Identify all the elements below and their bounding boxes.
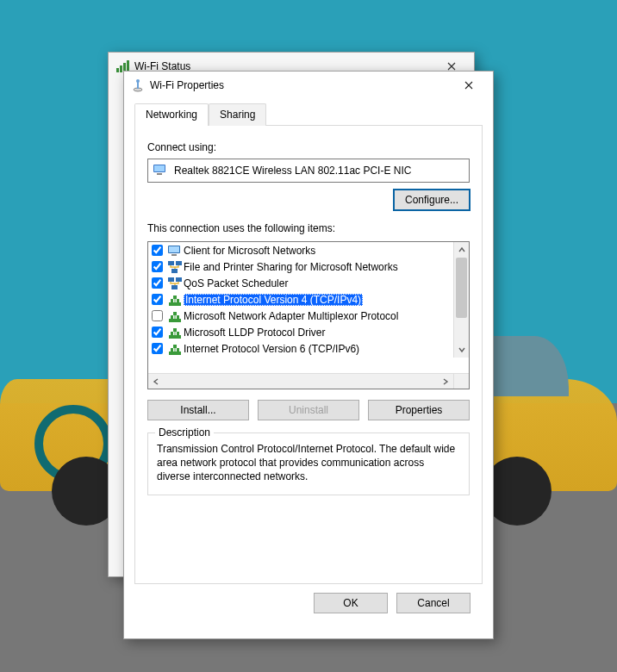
item-label: File and Printer Sharing for Microsoft N… — [184, 261, 398, 273]
dialog-title: Wi-Fi Properties — [150, 79, 452, 91]
tab-networking-label: Networking — [146, 109, 197, 121]
svg-rect-23 — [169, 319, 181, 322]
chevron-up-icon — [458, 246, 465, 253]
nic-icon — [153, 165, 167, 177]
svg-rect-8 — [154, 165, 165, 171]
scroll-thumb[interactable] — [456, 258, 467, 318]
configure-button-label: Configure... — [405, 194, 458, 206]
components-listbox[interactable]: Client for Microsoft NetworksFile and Pr… — [147, 241, 470, 389]
svg-rect-21 — [177, 299, 179, 302]
svg-rect-19 — [169, 302, 181, 306]
tab-sharing-label: Sharing — [220, 109, 255, 121]
tab-networking[interactable]: Networking — [134, 103, 209, 126]
svg-rect-32 — [171, 348, 173, 352]
description-group: Description Transmission Control Protoco… — [147, 432, 470, 495]
item-label: QoS Packet Scheduler — [184, 277, 288, 289]
protocol-icon — [168, 293, 182, 307]
chevron-left-icon — [153, 378, 159, 385]
list-item[interactable]: Microsoft LLDP Protocol Driver — [148, 324, 453, 340]
vertical-scrollbar[interactable] — [453, 242, 469, 358]
item-checkbox[interactable] — [152, 327, 163, 338]
client-icon — [168, 244, 182, 258]
description-text: Transmission Control Protocol/Internet P… — [157, 442, 460, 484]
protocol-icon — [168, 326, 182, 339]
uninstall-button: Uninstall — [258, 400, 359, 420]
properties-button-label: Properties — [396, 404, 443, 416]
list-item[interactable]: Internet Protocol Version 4 (TCP/IPv4) — [148, 291, 453, 308]
svg-rect-11 — [169, 246, 179, 252]
svg-rect-5 — [137, 82, 139, 89]
item-checkbox[interactable] — [152, 343, 163, 354]
svg-rect-28 — [171, 332, 173, 335]
svg-rect-16 — [168, 277, 174, 282]
svg-rect-33 — [177, 348, 179, 352]
svg-point-6 — [136, 79, 140, 83]
chevron-right-icon — [442, 378, 449, 385]
item-label: Microsoft Network Adapter Multiplexor Pr… — [184, 310, 398, 322]
item-checkbox[interactable] — [152, 261, 163, 272]
list-item[interactable]: Client for Microsoft Networks — [148, 242, 453, 258]
properties-button[interactable]: Properties — [368, 400, 470, 420]
install-button[interactable]: Install... — [147, 400, 249, 420]
protocol-icon — [168, 342, 182, 356]
tab-sharing[interactable]: Sharing — [209, 103, 266, 126]
tab-body: Connect using: Realtek 8821CE Wireless L… — [134, 126, 483, 584]
service-icon — [168, 260, 182, 274]
svg-rect-20 — [171, 299, 173, 302]
scroll-down-arrow[interactable] — [454, 342, 469, 358]
svg-rect-34 — [173, 345, 177, 348]
items-label: This connection uses the following items… — [147, 222, 470, 234]
svg-rect-22 — [173, 296, 177, 299]
svg-rect-30 — [173, 328, 177, 332]
horizontal-scrollbar[interactable] — [148, 373, 469, 389]
connect-using-label: Connect using: — [147, 141, 470, 153]
svg-rect-13 — [168, 261, 174, 265]
list-item[interactable]: QoS Packet Scheduler — [148, 275, 453, 291]
titlebar[interactable]: Wi-Fi Properties — [124, 72, 493, 99]
svg-rect-12 — [171, 254, 177, 256]
svg-rect-1 — [120, 65, 122, 72]
adapter-icon — [131, 78, 145, 92]
ok-button-label: OK — [343, 597, 358, 609]
ok-button[interactable]: OK — [314, 593, 388, 613]
list-item[interactable]: Microsoft Network Adapter Multiplexor Pr… — [148, 308, 453, 324]
adapter-name: Realtek 8821CE Wireless LAN 802.11ac PCI… — [174, 165, 411, 177]
scroll-up-arrow[interactable] — [454, 242, 469, 258]
cancel-button[interactable]: Cancel — [396, 593, 471, 613]
item-label: Microsoft LLDP Protocol Driver — [184, 327, 326, 339]
close-button[interactable] — [452, 73, 486, 97]
svg-rect-27 — [169, 335, 181, 339]
description-legend: Description — [155, 426, 214, 439]
cancel-button-label: Cancel — [417, 597, 449, 609]
list-item[interactable]: Internet Protocol Version 6 (TCP/IPv6) — [148, 340, 453, 357]
service-icon — [168, 277, 182, 290]
svg-rect-24 — [171, 315, 173, 319]
scroll-left-arrow[interactable] — [148, 374, 164, 389]
scroll-corner — [453, 374, 469, 389]
uninstall-button-label: Uninstall — [289, 404, 328, 416]
svg-rect-31 — [169, 352, 181, 355]
svg-rect-26 — [173, 312, 177, 315]
tab-strip: Networking Sharing — [134, 103, 483, 126]
adapter-field[interactable]: Realtek 8821CE Wireless LAN 802.11ac PCI… — [147, 159, 470, 183]
install-button-label: Install... — [180, 404, 215, 416]
svg-rect-29 — [177, 332, 179, 335]
item-checkbox[interactable] — [152, 310, 163, 321]
svg-rect-18 — [171, 285, 178, 289]
item-label: Internet Protocol Version 4 (TCP/IPv4) — [184, 294, 363, 306]
protocol-icon — [168, 309, 182, 323]
svg-rect-17 — [176, 277, 182, 282]
list-item[interactable]: File and Printer Sharing for Microsoft N… — [148, 258, 453, 275]
item-label: Client for Microsoft Networks — [184, 245, 315, 257]
item-checkbox[interactable] — [152, 277, 163, 289]
svg-rect-9 — [157, 173, 162, 175]
item-checkbox[interactable] — [152, 245, 163, 256]
close-icon — [464, 81, 473, 90]
svg-rect-15 — [171, 269, 178, 273]
wifi-properties-dialog: Wi-Fi Properties Networking Sharing Conn… — [123, 71, 494, 639]
scroll-right-arrow[interactable] — [438, 374, 453, 389]
item-label: Internet Protocol Version 6 (TCP/IPv6) — [184, 343, 359, 355]
item-checkbox[interactable] — [152, 294, 163, 305]
configure-button[interactable]: Configure... — [394, 190, 470, 210]
chevron-down-icon — [458, 346, 465, 353]
